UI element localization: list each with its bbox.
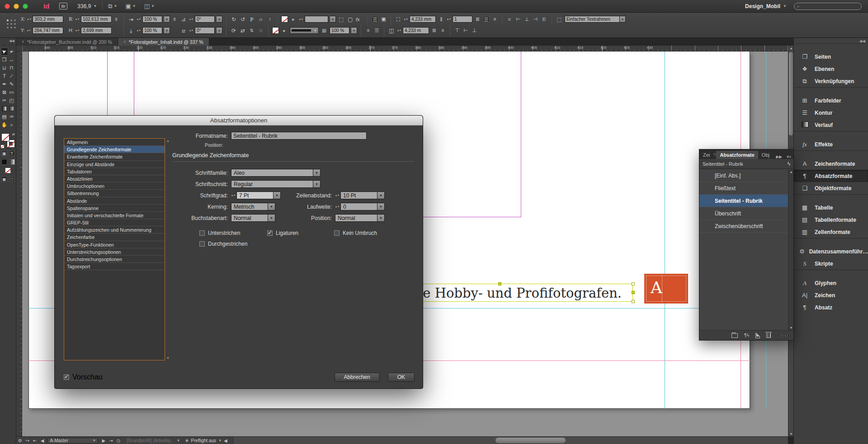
tracking-stepper[interactable]: ▲▼ (335, 206, 340, 208)
ruler-origin[interactable] (16, 46, 22, 51)
frame-grid-icon[interactable]: ⬚ (556, 16, 563, 23)
align-h-center-icon[interactable]: ⊥ (524, 16, 530, 22)
preflight-status[interactable]: Preflight aus ▼ (185, 438, 222, 443)
tool-button[interactable]: ✑ (8, 112, 15, 121)
select-container-icon[interactable]: ⍾ (257, 17, 264, 22)
rotate-ccw-icon[interactable]: ↺ (239, 16, 246, 23)
chevron-down-icon[interactable]: ▼ (164, 27, 170, 34)
tool-button[interactable]: ✎ (8, 80, 15, 88)
reference-point-icon[interactable] (6, 19, 16, 29)
tool-button[interactable]: ∕ (8, 72, 15, 80)
dock-panel-button[interactable]: A| Zeichen (794, 289, 868, 301)
align-top-icon[interactable]: ≣ (474, 16, 481, 22)
chevron-down-icon[interactable]: ▼ (217, 27, 222, 34)
tool-button[interactable]: ❒ (1, 56, 8, 64)
columns-stepper[interactable]: ▲▼ (447, 18, 451, 20)
tool-button[interactable]: ⊔ (1, 64, 8, 72)
dialog-section-item[interactable]: OpenType-Funktionen (64, 241, 165, 248)
corner-options-icon[interactable]: ⬚ (338, 16, 345, 23)
style-option-checkbox[interactable]: Kein Umbruch (334, 230, 398, 236)
width-field[interactable]: 102,612 mm (81, 16, 112, 23)
vertical-ruler[interactable] (16, 51, 22, 436)
collapse-panel-icon[interactable]: ▶▶ (774, 154, 784, 159)
frame-handle[interactable] (632, 291, 635, 294)
font-style-dropdown[interactable]: Regular ▼ (231, 180, 321, 188)
dialog-section-item[interactable]: Abstände (64, 197, 165, 205)
style-override-icon[interactable]: ϟ (788, 161, 790, 167)
dock-panel-button[interactable]: A Glyphen (794, 277, 868, 289)
style-list-item[interactable]: Seitentitel - Rubrik (699, 195, 788, 207)
tint-field[interactable]: 100 % (330, 27, 349, 34)
style-option-checkbox[interactable]: Unterstrichen (199, 230, 267, 236)
style-list-item[interactable]: [Einf. Abs.] (699, 169, 788, 182)
dock-panel-button[interactable]: ⚙ Datenzusammenführ… (794, 245, 868, 257)
dock-panel-button[interactable]: ⧉ Verknüpfungen (794, 75, 868, 87)
dialog-section-item[interactable]: Allgemein (64, 139, 165, 146)
y-field[interactable]: 284,747 mm (33, 27, 63, 34)
tool-button[interactable]: ⌕ (8, 121, 15, 129)
dialog-section-item[interactable]: Unterstreichungsoptionen (64, 248, 165, 256)
stroke-weight-stepper[interactable]: ▲▼ (299, 18, 303, 20)
tool-button[interactable]: ✂ (1, 96, 8, 104)
style-option-checkbox[interactable]: Ligaturen (267, 230, 334, 236)
collapse-panel-icon[interactable]: ◀◀ (9, 39, 14, 43)
position-dropdown[interactable]: Normal ▼ (335, 214, 385, 222)
panel-resize-grip[interactable] (779, 335, 789, 337)
scroll-down-icon[interactable]: ▼ (166, 356, 170, 360)
dialog-section-item[interactable]: Erweiterte Zeichenformate (64, 153, 165, 160)
clear-overrides-icon[interactable]: ¶ϟ (744, 333, 749, 338)
frame-handle[interactable] (498, 282, 501, 285)
scroll-left-icon[interactable]: ◀ (224, 438, 227, 443)
fill-color-swatch[interactable] (281, 16, 288, 23)
search-input[interactable]: ⌕ (794, 3, 862, 10)
frame-type-dropdown[interactable]: Einfacher Textrahmen ▼ (565, 16, 626, 23)
horizontal-scroll-thumb[interactable] (495, 438, 566, 443)
panel-menu-icon[interactable]: ▾≡ (784, 154, 793, 159)
tool-button[interactable] (1, 104, 8, 112)
frame-edge-guide[interactable] (521, 51, 521, 217)
headline-text[interactable]: le Hobby- und Profifotografen. (419, 284, 622, 302)
sidebar-scrollbar[interactable]: ▲ ▼ (166, 138, 170, 360)
horizontal-scrollbar[interactable] (233, 437, 788, 444)
document-tab[interactable]: × *Fotoratgeber_Buchcover.indd @ 200 % (16, 38, 118, 46)
scale-y-stepper[interactable]: ▲▼ (137, 29, 141, 32)
x-field[interactable]: 303,2 mm (33, 16, 63, 23)
dialog-section-item[interactable]: Silbentrennung (64, 190, 165, 197)
frame-handle[interactable] (632, 300, 635, 303)
dock-panel-button[interactable]: ☰ Kontur (794, 107, 868, 119)
dialog-section-item[interactable]: Absatzlinien (64, 175, 165, 182)
dock-panel-button[interactable]: A Zeichenformate (794, 158, 868, 170)
tool-button[interactable]: ▤ (1, 112, 8, 121)
tab-character-styles[interactable]: Zei (699, 151, 713, 159)
cancel-button[interactable]: Abbrechen (335, 373, 380, 382)
gear-icon[interactable]: ⚙ (18, 438, 22, 443)
tool-button[interactable]: ➢ (8, 47, 15, 56)
dialog-section-item[interactable]: Tabulatoren (64, 168, 165, 175)
vertical-scroll-thumb[interactable] (789, 52, 793, 136)
screen-mode-button[interactable]: ▣ ▼ (126, 3, 136, 9)
dock-panel-button[interactable]: ▤ Tabellenformate (794, 214, 868, 226)
swap-fill-stroke-icon[interactable]: ⇄ (12, 132, 15, 136)
textwrap-none-icon[interactable]: ☰ (372, 16, 378, 22)
dock-panel-button[interactable]: ❑ Objektformate (794, 182, 868, 194)
stroke-flyout-icon[interactable]: ▸ (281, 28, 288, 33)
zoom-level-dropdown[interactable]: 336,9 ▼ (77, 3, 97, 9)
zoom-window-button[interactable] (23, 4, 28, 9)
font-family-dropdown[interactable]: Aleo ▼ (231, 169, 321, 177)
clear-transform-icon[interactable]: ⤬ (257, 28, 264, 33)
rotation-stepper[interactable]: ▲▼ (189, 18, 193, 20)
style-option-checkbox[interactable]: Durchgestrichen (199, 241, 267, 247)
shear-stepper[interactable]: ▲▼ (189, 29, 193, 32)
anchor-object-icon[interactable]: ⌗ (506, 16, 513, 23)
scroll-up-icon[interactable]: ▲ (788, 170, 794, 173)
style-list-item[interactable]: Fließtext (699, 182, 788, 195)
shear-field[interactable]: 0° (195, 27, 215, 34)
height-field[interactable]: 2,699 mm (81, 27, 112, 34)
align-bottom-edges-icon[interactable]: ⊥ (471, 28, 478, 33)
close-icon[interactable]: × (123, 39, 126, 44)
dock-panel-button[interactable]: ⊞ Farbfelder (794, 94, 868, 107)
collapse-dock-icon[interactable]: ◀◀ (794, 38, 868, 43)
preview-checkbox[interactable]: Vorschau (64, 373, 103, 381)
formatting-affects-text-button[interactable]: T (9, 150, 15, 156)
y-stepper[interactable]: ▲▼ (27, 29, 31, 32)
